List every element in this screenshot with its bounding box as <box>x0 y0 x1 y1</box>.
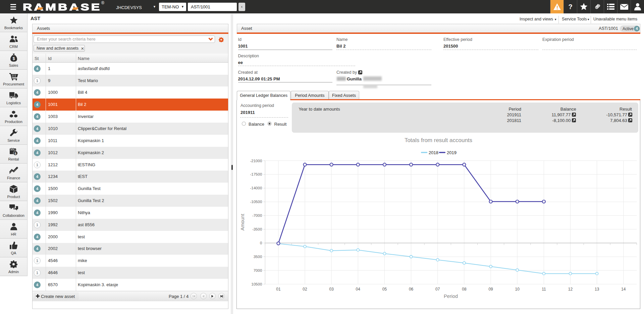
svg-text:-17500: -17500 <box>250 172 262 176</box>
svg-text:Period: Period <box>444 294 458 299</box>
svg-text:10: 10 <box>515 287 520 292</box>
svg-text:03: 03 <box>329 287 334 292</box>
svg-text:10500: 10500 <box>251 282 262 286</box>
svg-text:Amount: Amount <box>240 214 245 231</box>
svg-text:7000: 7000 <box>254 268 262 272</box>
svg-text:01: 01 <box>276 287 281 292</box>
svg-text:-10500: -10500 <box>250 200 262 204</box>
svg-text:-21000: -21000 <box>250 159 262 163</box>
svg-text:09: 09 <box>488 287 493 292</box>
svg-text:2019: 2019 <box>447 150 457 155</box>
svg-text:11: 11 <box>542 287 546 292</box>
svg-text:Totals from result accounts: Totals from result accounts <box>405 137 472 143</box>
svg-text:05: 05 <box>382 287 387 292</box>
svg-text:-7000: -7000 <box>252 213 262 217</box>
svg-text:04: 04 <box>356 287 361 292</box>
svg-text:3500: 3500 <box>254 255 262 259</box>
svg-text:07: 07 <box>435 287 440 292</box>
svg-text:2018: 2018 <box>429 150 438 155</box>
svg-text:06: 06 <box>409 287 414 292</box>
svg-text:14: 14 <box>621 287 626 292</box>
svg-text:0: 0 <box>260 241 262 245</box>
svg-text:12: 12 <box>568 287 573 292</box>
svg-text:02: 02 <box>303 287 307 292</box>
svg-text:-3500: -3500 <box>252 227 262 231</box>
svg-text:-14000: -14000 <box>250 186 262 190</box>
svg-text:13: 13 <box>595 287 599 292</box>
svg-text:08: 08 <box>462 287 467 292</box>
